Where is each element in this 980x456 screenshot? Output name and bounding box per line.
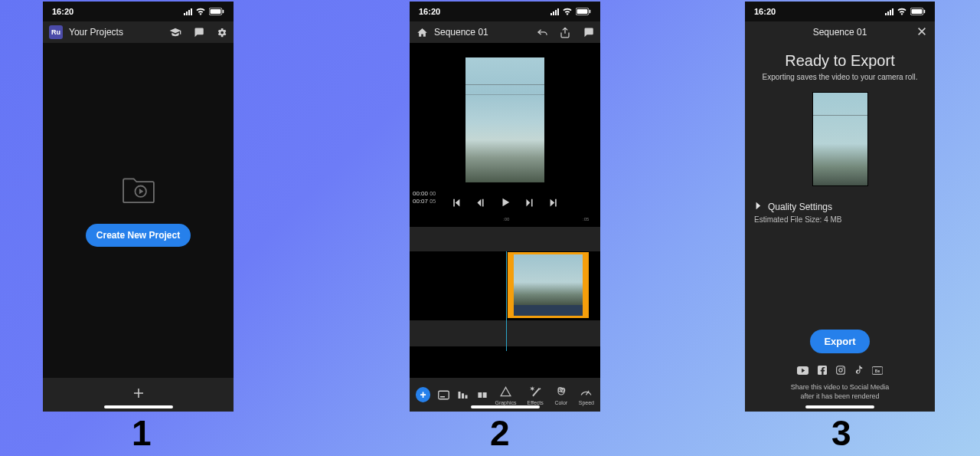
svg-rect-17 (837, 366, 845, 374)
home-indicator (104, 405, 173, 408)
graphics-tool[interactable]: Graphics (495, 385, 516, 405)
undo-icon[interactable] (536, 26, 548, 38)
status-time: 16:20 (52, 7, 74, 16)
play-icon[interactable] (499, 196, 511, 208)
status-time: 16:20 (754, 7, 776, 16)
home-indicator (471, 405, 540, 408)
estimated-size: Estimated File Size: 4 MB (754, 215, 926, 224)
video-track[interactable] (410, 251, 600, 320)
clip-trim-left[interactable] (508, 254, 514, 316)
battery-icon (576, 8, 591, 15)
skip-start-icon[interactable] (450, 196, 462, 208)
add-media-button[interactable]: + (416, 387, 430, 402)
tiktok-icon[interactable] (854, 364, 863, 378)
home-indicator (805, 405, 874, 408)
status-icons (184, 8, 224, 15)
app-logo[interactable]: Ru (49, 25, 63, 39)
clip-trim-right[interactable] (583, 254, 589, 316)
export-topbar: Sequence 01 (745, 21, 935, 43)
cellular-icon (184, 8, 192, 15)
titles-icon[interactable] (436, 388, 449, 402)
export-heading: Ready to Export (754, 52, 926, 70)
step-number-3: 3 (831, 412, 851, 454)
time-current: 00:00 (413, 190, 428, 197)
export-thumbnail (812, 92, 868, 186)
transitions-icon[interactable] (456, 388, 469, 402)
share-note: Share this video to Social Media after i… (754, 382, 926, 401)
battery-icon (910, 8, 926, 15)
quality-settings-label: Quality Settings (768, 202, 832, 212)
facebook-icon[interactable] (818, 364, 827, 378)
empty-track-top[interactable] (410, 227, 600, 251)
quality-settings-row[interactable]: Quality Settings (754, 202, 926, 212)
speed-tool[interactable]: Speed (579, 385, 594, 405)
playback-controls: 00:00 00 00:07 05 (410, 189, 600, 216)
editor-topbar: Sequence 01 (410, 21, 600, 43)
cellular-icon (885, 8, 893, 15)
time-current-frames: 00 (430, 191, 436, 196)
step-forward-icon[interactable] (524, 196, 536, 208)
svg-rect-1 (211, 9, 221, 14)
preview-area (410, 43, 600, 189)
color-label: Color (554, 400, 567, 405)
learn-icon[interactable] (169, 26, 181, 38)
youtube-icon[interactable] (797, 364, 808, 378)
playhead[interactable] (506, 251, 507, 351)
svg-point-19 (842, 367, 843, 368)
app-logo-text: Ru (51, 28, 60, 36)
color-tool[interactable]: Color (554, 385, 568, 405)
share-note-line2: after it has been rendered (754, 392, 926, 401)
empty-state: Create New Project (43, 43, 234, 378)
gear-icon[interactable] (215, 26, 227, 38)
instagram-icon[interactable] (836, 364, 845, 378)
status-icons (550, 8, 591, 15)
status-time: 16:20 (419, 7, 440, 16)
share-note-line1: Share this video to Social Media (754, 382, 926, 392)
svg-rect-2 (223, 10, 224, 14)
home-icon[interactable] (416, 26, 428, 38)
svg-rect-14 (924, 10, 926, 14)
chat-icon[interactable] (192, 26, 204, 38)
crop-icon[interactable] (475, 388, 488, 402)
share-icon[interactable] (559, 26, 571, 38)
svg-rect-7 (438, 391, 449, 399)
effects-label: Effects (527, 400, 543, 405)
projects-topbar: Ru Your Projects (43, 21, 234, 43)
behance-icon[interactable]: Be (872, 364, 883, 378)
projects-title: Your Projects (69, 27, 123, 38)
projects-screen: 16:20 Ru Your Projects Create New Projec… (43, 2, 234, 412)
chat-icon[interactable] (582, 26, 594, 38)
battery-icon (209, 8, 224, 15)
video-preview[interactable] (466, 57, 544, 182)
step-back-icon[interactable] (475, 196, 487, 208)
create-project-button[interactable]: Create New Project (86, 224, 191, 247)
projects-body: Create New Project (43, 43, 234, 412)
svg-text:Be: Be (875, 369, 880, 372)
export-button[interactable]: Export (810, 330, 869, 353)
effects-tool[interactable]: Effects (527, 385, 543, 405)
chevron-right-icon (754, 202, 762, 212)
add-icon[interactable] (132, 386, 145, 403)
close-icon[interactable] (916, 26, 927, 39)
video-clip[interactable] (508, 252, 589, 318)
status-bar: 16:20 (410, 2, 600, 21)
ruler-mark: :00 (503, 217, 509, 221)
sequence-title: Sequence 01 (434, 27, 488, 38)
status-bar: 16:20 (745, 2, 935, 21)
wifi-icon (195, 8, 206, 15)
export-screen: 16:20 Sequence 01 Ready to Export Export… (745, 2, 935, 412)
empty-track-bottom[interactable] (410, 320, 600, 346)
wifi-icon (897, 8, 907, 15)
social-icons: Be (754, 364, 926, 378)
speed-label: Speed (579, 400, 594, 405)
skip-end-icon[interactable] (548, 196, 560, 208)
status-bar: 16:20 (43, 2, 234, 21)
timeline-ruler[interactable]: :00 :05 (410, 216, 600, 227)
clip-thumbnails (510, 254, 586, 305)
effects-icon (528, 385, 542, 399)
time-total: 00:07 (413, 198, 428, 205)
export-title: Sequence 01 (813, 27, 867, 38)
svg-rect-5 (577, 9, 588, 14)
timeline[interactable] (410, 227, 600, 378)
time-total-frames: 05 (430, 198, 436, 204)
